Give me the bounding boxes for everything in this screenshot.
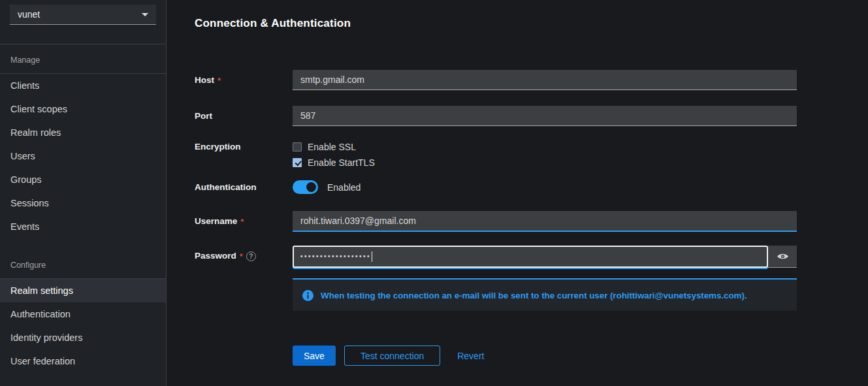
authentication-state-label: Enabled xyxy=(327,182,361,193)
sidebar-group-label-manage: Manage xyxy=(0,44,166,73)
password-input[interactable]: •••••••••••••••••• xyxy=(293,246,768,268)
test-connection-button[interactable]: Test connection xyxy=(344,346,440,366)
sidebar-item-client-scopes[interactable]: Client scopes xyxy=(0,97,166,121)
form-actions: Save Test connection Revert xyxy=(293,346,868,366)
password-masked-value: •••••••••••••••••• xyxy=(300,253,371,260)
sidebar-item-users[interactable]: Users xyxy=(0,144,166,168)
info-icon xyxy=(302,290,313,301)
enable-starttls-option[interactable]: Enable StartTLS xyxy=(293,157,797,168)
required-asterisk: * xyxy=(217,75,221,86)
sidebar-group-label-configure: Configure xyxy=(0,261,166,278)
text-cursor xyxy=(372,251,372,262)
enable-ssl-checkbox[interactable] xyxy=(293,142,302,152)
save-button[interactable]: Save xyxy=(293,346,336,366)
help-icon[interactable]: ? xyxy=(246,251,256,261)
page-title: Connection & Authentication xyxy=(195,17,868,30)
show-password-button[interactable] xyxy=(768,246,797,268)
enable-ssl-option[interactable]: Enable SSL xyxy=(293,142,797,152)
chevron-down-icon xyxy=(142,13,148,16)
sidebar-item-identity-providers[interactable]: Identity providers xyxy=(0,326,166,349)
realm-selector-value: vunet xyxy=(18,9,40,20)
email-connection-form: Host * Port Encryption Ena xyxy=(195,70,868,366)
sidebar-item-sessions[interactable]: Sessions xyxy=(0,191,166,215)
host-input[interactable] xyxy=(293,70,797,90)
main-content: Connection & Authentication Host * Port xyxy=(167,0,868,386)
sidebar-item-authentication[interactable]: Authentication xyxy=(0,302,166,326)
sidebar-item-events[interactable]: Events xyxy=(0,215,166,238)
encryption-row: Encryption Enable SSL Enable StartTLS xyxy=(195,142,868,168)
info-alert: When testing the connection an e-mail wi… xyxy=(293,278,797,311)
realm-selector-dropdown[interactable]: vunet xyxy=(10,5,156,25)
username-input[interactable] xyxy=(293,211,797,232)
sidebar-item-realm-roles[interactable]: Realm roles xyxy=(0,121,166,144)
enable-starttls-checkbox[interactable] xyxy=(293,158,302,167)
info-alert-text: When testing the connection an e-mail wi… xyxy=(321,291,747,300)
password-row: Password * ? •••••••••••••••••• xyxy=(195,246,868,268)
port-input[interactable] xyxy=(293,106,797,126)
required-asterisk: * xyxy=(240,251,243,262)
sidebar: vunet Manage Clients Client scopes Realm… xyxy=(0,0,167,386)
toggle-knob xyxy=(306,182,316,192)
enable-starttls-label: Enable StartTLS xyxy=(308,157,375,168)
username-row: Username * xyxy=(195,211,868,232)
sidebar-item-realm-settings[interactable]: Realm settings xyxy=(0,279,166,302)
username-label: Username * xyxy=(195,211,293,232)
authentication-row: Authentication Enabled xyxy=(195,180,868,194)
sidebar-item-user-federation[interactable]: User federation xyxy=(0,349,166,373)
authentication-toggle[interactable] xyxy=(293,180,318,194)
sidebar-group-configure: Configure Realm settings Authentication … xyxy=(0,261,166,373)
password-label: Password * ? xyxy=(195,246,293,268)
port-row: Port xyxy=(195,106,868,126)
encryption-label: Encryption xyxy=(195,142,293,168)
host-row: Host * xyxy=(195,70,868,90)
sidebar-item-groups[interactable]: Groups xyxy=(0,168,166,191)
required-asterisk: * xyxy=(240,216,244,227)
enable-ssl-label: Enable SSL xyxy=(308,142,356,152)
sidebar-item-clients[interactable]: Clients xyxy=(0,74,166,97)
revert-button[interactable]: Revert xyxy=(457,346,484,366)
authentication-label: Authentication xyxy=(195,182,293,192)
host-label: Host * xyxy=(195,70,293,90)
eye-icon xyxy=(777,252,789,261)
port-label: Port xyxy=(195,106,293,126)
sidebar-group-manage: Clients Client scopes Realm roles Users … xyxy=(0,74,166,238)
